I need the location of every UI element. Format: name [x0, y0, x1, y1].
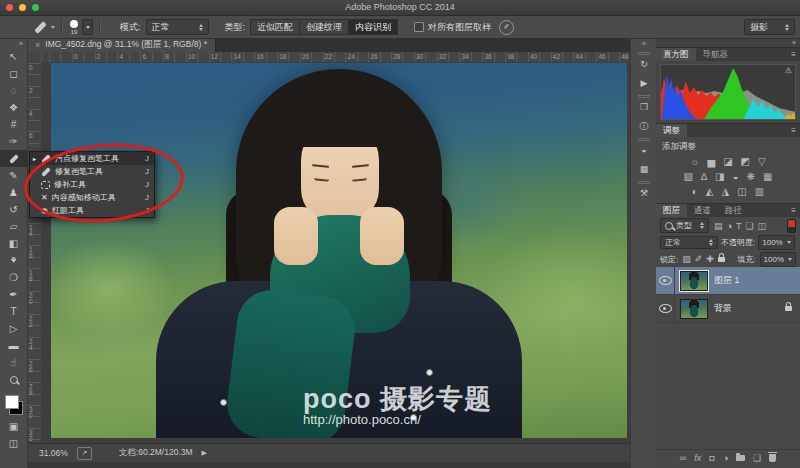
adjustment-icon[interactable]: ◪: [723, 156, 732, 168]
actions-panel-button[interactable]: ▶: [631, 75, 657, 91]
trash-button[interactable]: [769, 452, 776, 464]
history-panel-button[interactable]: ↻: [631, 56, 657, 72]
adjustment-icon[interactable]: ◭: [706, 186, 714, 198]
blur-tool[interactable]: ♠: [0, 252, 27, 269]
flyout-item[interactable]: ▸污点修复画笔工具J: [30, 152, 154, 165]
adjustment-icon[interactable]: ▦: [763, 171, 772, 183]
tab-paths[interactable]: 路径: [718, 204, 749, 217]
layer-filter-kind-icon[interactable]: ▤: [714, 221, 723, 231]
layer-thumbnail[interactable]: [680, 299, 708, 319]
zoom-level-field[interactable]: 31.06%: [39, 448, 68, 458]
flyout-item[interactable]: ◉红眼工具J: [30, 204, 154, 217]
status-arrow-icon[interactable]: ▶: [202, 449, 207, 457]
new-layer-button[interactable]: ❏: [753, 453, 761, 463]
quick-selection-tool[interactable]: ❖: [0, 99, 27, 116]
layer-filter-kind-icon[interactable]: ❏: [745, 221, 753, 231]
dodge-tool[interactable]: ❍: [0, 269, 27, 286]
eyedropper-tool[interactable]: ✑: [0, 133, 27, 150]
panel-menu-icon[interactable]: ≡: [791, 48, 796, 61]
adjustment-icon[interactable]: ▧: [684, 171, 693, 183]
panels-collapse-button[interactable]: »: [656, 38, 800, 47]
marquee-tool[interactable]: ◻: [0, 65, 27, 82]
layer-thumbnail[interactable]: [680, 271, 708, 291]
tool-preset-caret-icon[interactable]: [51, 26, 55, 29]
path-selection-tool[interactable]: ▷: [0, 320, 27, 337]
layer-row[interactable]: 图层 1: [656, 267, 800, 295]
eraser-tool[interactable]: ▱: [0, 218, 27, 235]
tab-histogram[interactable]: 直方图: [656, 48, 696, 61]
tab-adjustments[interactable]: 调整: [656, 124, 687, 137]
clone-stamp-tool[interactable]: ♟: [0, 184, 27, 201]
mode-select[interactable]: 正常: [146, 19, 209, 35]
clone-source-panel-button[interactable]: ❐: [631, 99, 657, 115]
canvas[interactable]: poco 摄影专题 http://photo.poco.cn/: [41, 62, 630, 444]
document-tab[interactable]: × IMG_4502.dng @ 31.1% (图层 1, RGB/8) *: [27, 38, 216, 52]
sample-all-layers-checkbox[interactable]: [414, 22, 424, 32]
link-button[interactable]: ∞: [680, 453, 686, 463]
panel-menu-icon[interactable]: ≡: [791, 124, 796, 137]
gradient-tool[interactable]: ◧: [0, 235, 27, 252]
type-button[interactable]: 内容识别: [348, 19, 398, 35]
fill-field[interactable]: 100%: [760, 252, 796, 267]
screen-mode-button[interactable]: ◫: [0, 435, 27, 452]
toolbar-collapse-button[interactable]: »: [19, 40, 23, 47]
type-tool[interactable]: T: [0, 303, 27, 320]
adjustment-icon[interactable]: ❋: [747, 171, 755, 183]
filter-toggle-switch[interactable]: [787, 219, 796, 233]
brush-preset-picker[interactable]: 19: [70, 20, 78, 35]
lock-all-icon[interactable]: [718, 257, 725, 262]
lasso-tool[interactable]: ◌: [0, 82, 27, 99]
adjustment-icon[interactable]: ◫: [737, 186, 746, 198]
brush-picker-caret[interactable]: [82, 19, 93, 35]
brush-tool[interactable]: ✎: [0, 167, 27, 184]
lock-icon[interactable]: ✐: [695, 254, 703, 264]
flyout-item[interactable]: 修补工具J: [30, 178, 154, 191]
dock-expand-button[interactable]: «: [631, 38, 657, 48]
crop-tool[interactable]: #: [0, 116, 27, 133]
type-button[interactable]: 创建纹理: [299, 19, 348, 35]
pen-tool[interactable]: ✒: [0, 286, 27, 303]
adjustment-icon[interactable]: ☼: [690, 156, 699, 168]
swatches-panel-button[interactable]: ▦: [631, 161, 657, 177]
layer-visibility-toggle[interactable]: [656, 267, 675, 294]
tab-channels[interactable]: 通道: [687, 204, 718, 217]
adjustment-icon[interactable]: ▅: [707, 156, 715, 168]
layer-filter-select[interactable]: 类型: [660, 218, 709, 233]
adjustment-icon[interactable]: ◩: [741, 156, 750, 168]
workspace-select[interactable]: 摄影: [744, 19, 795, 35]
layer-filter-kind-icon[interactable]: ◑: [727, 221, 732, 231]
lock-icon[interactable]: ✚: [706, 254, 714, 264]
tool-presets-panel-button[interactable]: ⚒: [631, 185, 657, 201]
hand-tool[interactable]: ☝: [0, 354, 27, 371]
tablet-pressure-icon[interactable]: ✐: [499, 20, 514, 35]
drag-handle[interactable]: [638, 52, 650, 53]
tab-layers[interactable]: 图层: [656, 204, 687, 217]
adjustment-icon[interactable]: ◒: [733, 171, 739, 183]
drag-handle[interactable]: [638, 138, 650, 139]
flyout-item[interactable]: 修复画笔工具J: [30, 165, 154, 178]
opacity-field[interactable]: 100%: [758, 235, 794, 250]
zoom-tool[interactable]: [0, 371, 27, 388]
adjustment-icon[interactable]: ▽: [758, 156, 766, 168]
adjustment-icon[interactable]: ◐: [692, 186, 698, 198]
tab-navigator[interactable]: 导航器: [696, 48, 736, 61]
history-brush-tool[interactable]: ↺: [0, 201, 27, 218]
foreground-color-swatch[interactable]: [5, 395, 19, 409]
move-tool[interactable]: ↖: [0, 48, 27, 65]
lock-icon[interactable]: ▨: [682, 254, 691, 264]
mask-button[interactable]: ◘: [709, 453, 714, 463]
adjustment-icon[interactable]: ▥: [755, 186, 764, 198]
quick-mask-button[interactable]: ▣: [0, 418, 27, 435]
adjustment-icon[interactable]: ∆: [701, 171, 707, 183]
layer-filter-kind-icon[interactable]: T: [736, 221, 742, 231]
drag-handle[interactable]: [638, 95, 650, 96]
adjustment-icon[interactable]: ◮: [722, 186, 730, 198]
color-panel-button[interactable]: ◒: [631, 142, 657, 158]
spot-healing-brush-tool[interactable]: [0, 150, 27, 167]
histogram-warning-icon[interactable]: ⚠: [785, 66, 792, 75]
layer-row[interactable]: 背景: [656, 295, 800, 323]
info-panel-button[interactable]: ⓘ: [631, 118, 657, 134]
fx-button[interactable]: fx: [694, 453, 701, 463]
layer-filter-kind-icon[interactable]: ◫: [758, 221, 767, 231]
flyout-item[interactable]: ✕内容感知移动工具J: [30, 191, 154, 204]
